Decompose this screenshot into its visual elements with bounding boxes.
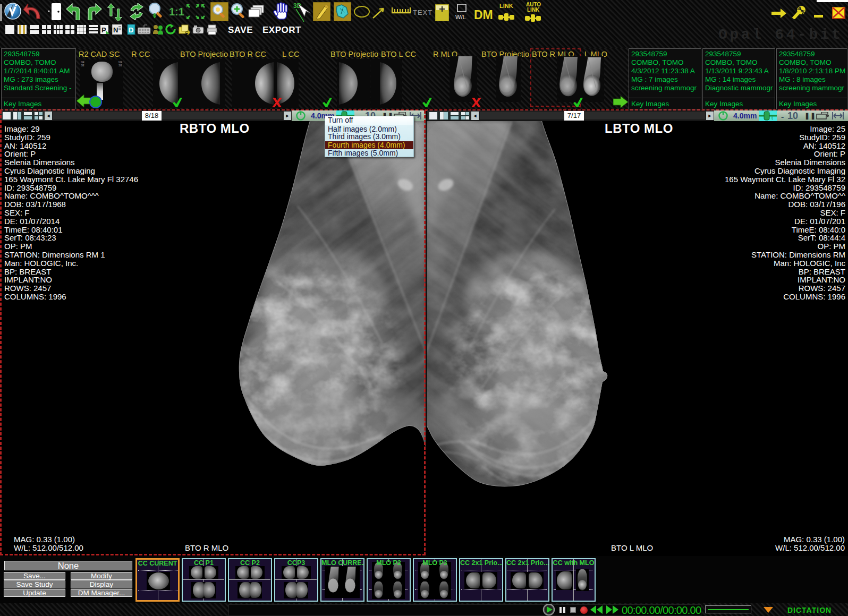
svg-text:P: P (101, 26, 106, 34)
svg-text:LINK: LINK (527, 7, 540, 13)
svg-text:1:1: 1:1 (169, 6, 184, 18)
svg-text:TEXT: TEXT (413, 8, 433, 16)
svg-text:D: D (129, 26, 133, 34)
svg-text:W/L: W/L (455, 14, 466, 20)
svg-text:LINK: LINK (499, 3, 513, 9)
svg-text:N: N (113, 26, 118, 34)
